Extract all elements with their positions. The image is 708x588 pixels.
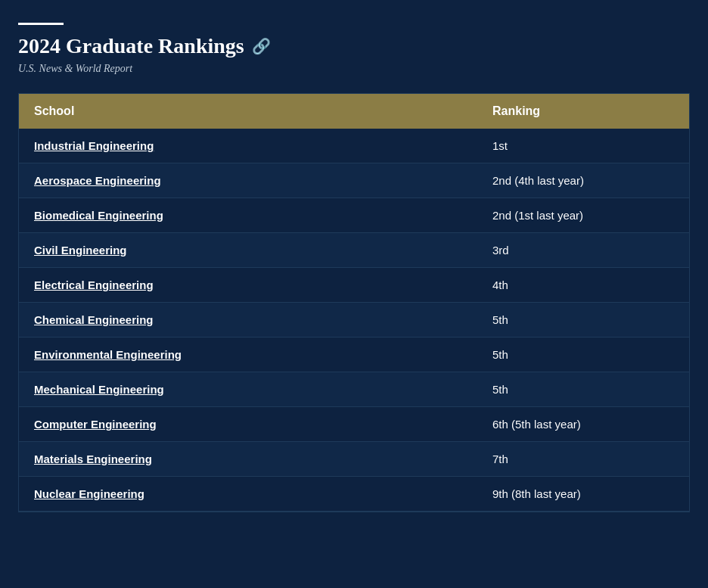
subtitle: U.S. News & World Report xyxy=(18,63,690,75)
ranking-cell: 9th (8th last year) xyxy=(477,477,689,512)
school-link[interactable]: Chemical Engineering xyxy=(34,313,154,326)
school-link[interactable]: Biomedical Engineering xyxy=(34,209,163,222)
school-link[interactable]: Civil Engineering xyxy=(34,244,127,257)
ranking-cell: 5th xyxy=(477,338,689,372)
table-row: Civil Engineering3rd xyxy=(19,233,689,268)
school-link[interactable]: Industrial Engineering xyxy=(34,139,154,152)
rankings-table: School Ranking Industrial Engineering1st… xyxy=(19,94,689,512)
school-link[interactable]: Computer Engineering xyxy=(34,418,157,431)
school-link[interactable]: Environmental Engineering xyxy=(34,348,182,361)
link-icon[interactable]: 🔗 xyxy=(252,37,271,55)
table-row: Electrical Engineering4th xyxy=(19,268,689,303)
table-row: Nuclear Engineering9th (8th last year) xyxy=(19,477,689,512)
page-title: 2024 Graduate Rankings 🔗 xyxy=(18,34,690,58)
ranking-cell: 1st xyxy=(477,129,689,163)
table-row: Industrial Engineering1st xyxy=(19,129,689,163)
title-text: 2024 Graduate Rankings xyxy=(18,34,244,58)
table-row: Chemical Engineering5th xyxy=(19,303,689,338)
school-cell: Mechanical Engineering xyxy=(19,372,477,407)
column-header-ranking: Ranking xyxy=(477,94,689,129)
school-cell: Electrical Engineering xyxy=(19,268,477,303)
school-cell: Nuclear Engineering xyxy=(19,477,477,512)
school-cell: Chemical Engineering xyxy=(19,303,477,338)
ranking-cell: 2nd (1st last year) xyxy=(477,198,689,233)
school-cell: Environmental Engineering xyxy=(19,338,477,372)
school-link[interactable]: Electrical Engineering xyxy=(34,278,154,291)
ranking-cell: 5th xyxy=(477,303,689,338)
school-cell: Aerospace Engineering xyxy=(19,163,477,198)
school-link[interactable]: Nuclear Engineering xyxy=(34,487,144,500)
top-accent xyxy=(18,23,64,25)
table-row: Biomedical Engineering2nd (1st last year… xyxy=(19,198,689,233)
school-cell: Industrial Engineering xyxy=(19,129,477,163)
school-link[interactable]: Aerospace Engineering xyxy=(34,174,161,187)
ranking-cell: 6th (5th last year) xyxy=(477,407,689,442)
ranking-cell: 4th xyxy=(477,268,689,303)
school-cell: Civil Engineering xyxy=(19,233,477,268)
table-row: Aerospace Engineering2nd (4th last year) xyxy=(19,163,689,198)
table-row: Environmental Engineering5th xyxy=(19,338,689,372)
ranking-cell: 2nd (4th last year) xyxy=(477,163,689,198)
column-header-school: School xyxy=(19,94,477,129)
school-link[interactable]: Mechanical Engineering xyxy=(34,383,164,396)
table-row: Materials Engineering7th xyxy=(19,442,689,477)
table-row: Computer Engineering6th (5th last year) xyxy=(19,407,689,442)
school-cell: Biomedical Engineering xyxy=(19,198,477,233)
school-cell: Materials Engineering xyxy=(19,442,477,477)
ranking-cell: 5th xyxy=(477,372,689,407)
school-cell: Computer Engineering xyxy=(19,407,477,442)
school-link[interactable]: Materials Engineering xyxy=(34,453,152,465)
ranking-cell: 3rd xyxy=(477,233,689,268)
table-row: Mechanical Engineering5th xyxy=(19,372,689,407)
ranking-cell: 7th xyxy=(477,442,689,477)
